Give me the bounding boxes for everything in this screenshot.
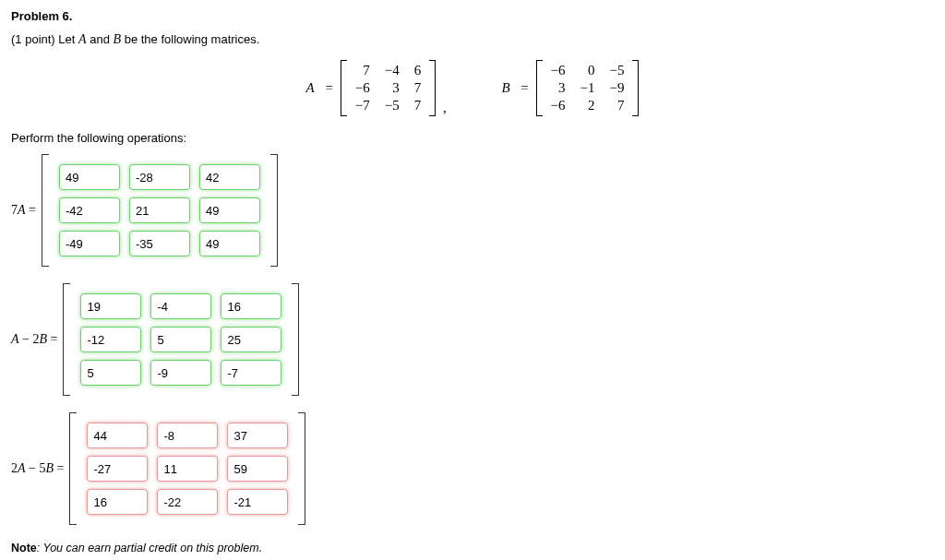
- matrix-cell-input[interactable]: [150, 327, 211, 352]
- stmt-suffix: be the following matrices.: [121, 32, 259, 46]
- answer-matrix: [69, 412, 305, 525]
- answer-matrix: [63, 283, 299, 396]
- matrix-cell-input[interactable]: [150, 293, 211, 319]
- matrix-cell-input[interactable]: [157, 489, 218, 515]
- matrix-cell-input[interactable]: [129, 164, 190, 190]
- problem-title: Problem 6.: [11, 9, 934, 23]
- matrix-cell-input[interactable]: [221, 327, 281, 352]
- partial-credit-note: Note: You can earn partial credit on thi…: [11, 542, 934, 554]
- var-a: A: [78, 32, 87, 46]
- matrix-cell-input[interactable]: [129, 197, 190, 223]
- matrix-cell-input[interactable]: [150, 360, 211, 386]
- equals-sign: =: [325, 80, 332, 96]
- matrix-b-label: B: [501, 80, 509, 96]
- matrix-cell-input[interactable]: [80, 293, 141, 319]
- matrix-a: 7−46 −637 −7−57: [341, 60, 436, 116]
- var-b: B: [113, 32, 121, 46]
- matrix-cell-input[interactable]: [199, 197, 260, 223]
- matrix-cell-input[interactable]: [157, 423, 218, 448]
- matrix-cell-input[interactable]: [59, 164, 120, 190]
- given-matrices: A = 7−46 −637 −7−57 , B = −60−5 3−1−9 −6…: [11, 60, 934, 116]
- matrix-cell-input[interactable]: [199, 231, 260, 256]
- answer-matrix: [42, 154, 278, 267]
- matrix-cell-input[interactable]: [199, 164, 260, 190]
- answer-row: 2A − 5B =: [11, 412, 934, 525]
- problem-statement: (1 point) Let A and B be the following m…: [11, 32, 934, 47]
- answer-row: 7A =: [11, 154, 934, 267]
- matrix-cell-input[interactable]: [80, 360, 141, 386]
- matrix-cell-input[interactable]: [87, 489, 148, 515]
- equals-sign: =: [520, 80, 528, 96]
- matrix-cell-input[interactable]: [227, 489, 288, 515]
- note-bold: Note: [11, 542, 37, 554]
- matrix-cell-input[interactable]: [59, 197, 120, 223]
- matrix-cell-input[interactable]: [87, 456, 148, 482]
- answer-label: A − 2B =: [11, 332, 57, 347]
- points-prefix: (1 point) Let: [11, 32, 78, 46]
- matrix-cell-input[interactable]: [129, 231, 190, 256]
- matrix-cell-input[interactable]: [157, 456, 218, 482]
- matrix-a-label: A: [306, 80, 315, 96]
- matrix-b: −60−5 3−1−9 −627: [536, 60, 640, 116]
- note-text: : You can earn partial credit on this pr…: [37, 542, 262, 554]
- matrix-cell-input[interactable]: [221, 360, 281, 386]
- operations-instruction: Perform the following operations:: [11, 131, 934, 145]
- matrix-cell-input[interactable]: [87, 423, 148, 448]
- answer-label: 2A − 5B =: [11, 461, 64, 476]
- answer-row: A − 2B =: [11, 283, 934, 396]
- matrix-cell-input[interactable]: [227, 456, 288, 482]
- matrix-cell-input[interactable]: [80, 327, 141, 352]
- comma: ,: [443, 101, 447, 116]
- matrix-cell-input[interactable]: [221, 293, 281, 319]
- matrix-cell-input[interactable]: [227, 423, 288, 448]
- matrix-cell-input[interactable]: [59, 231, 120, 256]
- answer-label: 7A =: [11, 203, 36, 218]
- and-text: and: [87, 32, 114, 46]
